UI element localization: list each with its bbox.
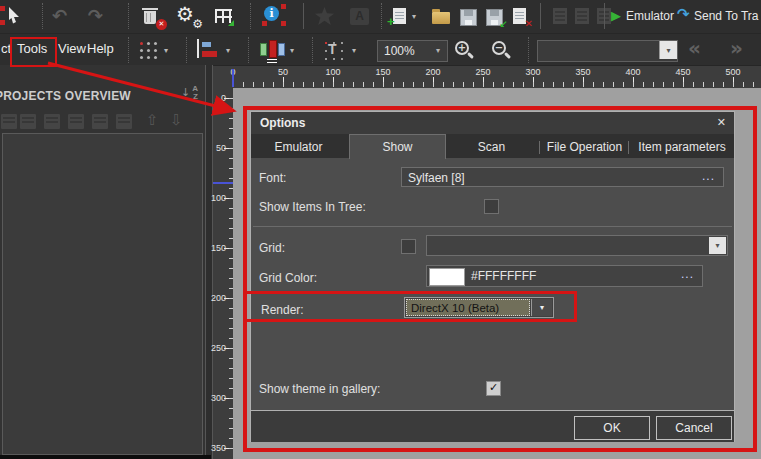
panel-tool-disabled[interactable] xyxy=(68,114,84,129)
panel-tool-disabled[interactable] xyxy=(116,114,132,129)
text-t-icon: T xyxy=(328,41,337,57)
show-theme-in-gallery-checkbox[interactable] xyxy=(486,381,501,396)
ruler-label: 150 xyxy=(375,67,390,77)
undo-button[interactable]: ↶ xyxy=(52,5,76,29)
list-tool-disabled[interactable] xyxy=(571,4,595,28)
separator xyxy=(303,3,304,29)
layout-grid-dropdown[interactable]: ▾ xyxy=(164,46,168,55)
delete-file-button[interactable]: ✕ xyxy=(509,4,533,28)
new-file-dropdown[interactable]: ▾ xyxy=(412,12,416,21)
align-tool[interactable] xyxy=(196,36,222,60)
open-button[interactable] xyxy=(429,4,453,28)
tab-scan[interactable]: Scan xyxy=(444,137,539,158)
delete-button[interactable]: ✕ xyxy=(140,4,164,28)
effects-button-disabled[interactable] xyxy=(313,4,337,28)
h-ruler-minor-ticks xyxy=(233,82,761,87)
grid-toggle-button[interactable] xyxy=(212,4,236,28)
zoom-out-icon: − xyxy=(492,41,506,55)
separator xyxy=(42,3,44,29)
next-button[interactable]: » xyxy=(730,36,743,60)
chevron-down-icon[interactable]: ▾ xyxy=(659,41,677,59)
ruler-label: 50 xyxy=(278,67,288,77)
align-line-icon xyxy=(197,39,199,58)
layout-grid-tool[interactable] xyxy=(136,36,160,60)
save-as-button[interactable]: ↙ xyxy=(482,4,506,28)
trash-icon xyxy=(144,11,156,24)
list-tool-disabled[interactable] xyxy=(549,4,573,28)
save-button[interactable] xyxy=(456,4,480,28)
panel-tool-disabled[interactable] xyxy=(92,114,108,129)
panel-tool-disabled[interactable] xyxy=(20,114,36,129)
tab-emulator[interactable]: Emulator xyxy=(253,137,344,158)
app-window: ↶ ↷ ✕ ⚙ ⚙ i A + ▾ xyxy=(0,0,761,459)
settings-button[interactable]: ⚙ ⚙ xyxy=(176,4,200,28)
text-tool-dropdown[interactable]: ▾ xyxy=(352,46,356,55)
toolbar-secondary: ct Tools View Help ▾ ▾ ▾ T ▾ 100% ▾ xyxy=(0,34,761,66)
send-icon[interactable]: ↷ xyxy=(677,5,690,23)
star-icon xyxy=(315,7,334,26)
send-to-transmitter-button[interactable]: Send To Tra xyxy=(694,9,759,23)
font-field[interactable]: Sylfaen [8] ... xyxy=(401,167,724,187)
new-file-button[interactable]: + xyxy=(389,4,413,28)
cancel-button[interactable]: Cancel xyxy=(656,416,732,440)
grid-label: Grid: xyxy=(259,241,285,255)
text-tool[interactable]: T xyxy=(322,36,346,60)
sort-arrow-icon: ↓ xyxy=(181,86,190,99)
ok-button[interactable]: OK xyxy=(574,416,650,440)
tab-file-operation[interactable]: File Operation xyxy=(545,137,624,158)
dialog-titlebar[interactable]: Options ✕ xyxy=(251,112,734,134)
projects-list[interactable] xyxy=(2,133,203,455)
grid-color-browse-button[interactable]: ... xyxy=(681,267,694,281)
v-ruler-minor-ticks xyxy=(229,98,233,449)
grid-checkbox[interactable] xyxy=(401,239,416,254)
align-dropdown[interactable]: ▾ xyxy=(226,46,230,55)
separator xyxy=(128,3,130,29)
move-down-button[interactable]: ⇩ xyxy=(170,111,183,129)
distribute-dropdown[interactable]: ▾ xyxy=(290,46,294,55)
plus-icon: + xyxy=(387,14,395,29)
info-button[interactable]: i xyxy=(262,4,286,28)
separator xyxy=(248,37,250,63)
panel-bottom-strip xyxy=(0,455,211,459)
play-icon[interactable]: ▶ xyxy=(611,8,621,23)
ruler-position-marker xyxy=(232,69,234,87)
previous-button[interactable]: « xyxy=(688,36,701,60)
menubar-item-view[interactable]: View xyxy=(58,41,86,56)
font-browse-button[interactable]: ... xyxy=(702,169,715,183)
zoom-out-button[interactable]: − xyxy=(492,41,512,61)
separator xyxy=(381,3,383,29)
panel-tool-disabled[interactable] xyxy=(44,114,60,129)
tab-item-parameters[interactable]: Item parameters xyxy=(634,137,730,158)
distribute-tool[interactable] xyxy=(258,36,286,60)
preview-combobox[interactable]: ▾ xyxy=(537,40,678,62)
text-dots-icon xyxy=(325,42,327,44)
zoom-level-combobox[interactable]: 100% ▾ xyxy=(377,40,448,62)
separator xyxy=(528,37,530,63)
tools-annotation-box xyxy=(10,37,57,67)
menubar-item-help[interactable]: Help xyxy=(87,41,114,56)
text-style-button-disabled[interactable]: A xyxy=(348,4,372,28)
grid-color-swatch[interactable] xyxy=(429,268,465,286)
redo-button[interactable]: ↷ xyxy=(88,5,112,29)
separator xyxy=(186,37,188,63)
emulator-button[interactable]: Emulator xyxy=(626,9,674,23)
close-icon[interactable]: ✕ xyxy=(717,116,726,129)
gear-small-icon: ⚙ xyxy=(192,17,203,31)
tab-separator xyxy=(628,141,629,154)
options-dialog: Options ✕ Emulator Show Scan File Operat… xyxy=(250,111,735,442)
chevron-down-icon[interactable]: ▾ xyxy=(431,41,445,61)
zoom-in-button[interactable]: + xyxy=(455,41,475,61)
grid-style-combobox[interactable]: ▾ xyxy=(426,235,728,256)
sort-button[interactable]: A Z ↓ xyxy=(181,85,199,103)
ruler-label: 400 xyxy=(625,67,640,77)
font-label: Font: xyxy=(259,171,286,185)
select-tool-button[interactable] xyxy=(0,4,24,28)
show-items-in-tree-checkbox[interactable] xyxy=(484,199,499,214)
vertical-ruler: 050100150200250300350 xyxy=(213,88,233,459)
move-up-button[interactable]: ⇧ xyxy=(146,111,159,129)
equals-icon xyxy=(267,59,277,60)
tab-show[interactable]: Show xyxy=(349,134,446,159)
panel-tool-disabled[interactable] xyxy=(1,114,17,129)
chevron-down-icon[interactable]: ▾ xyxy=(709,237,726,254)
grid-color-field[interactable]: #FFFFFFFF ... xyxy=(426,265,703,287)
